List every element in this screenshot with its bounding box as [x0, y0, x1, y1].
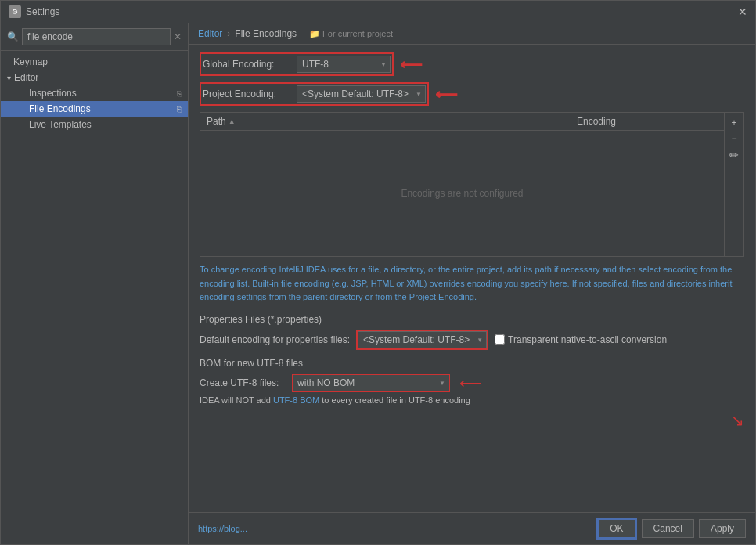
search-input[interactable]	[22, 28, 171, 45]
properties-encoding-select[interactable]: <System Default: UTF-8>	[358, 331, 487, 348]
settings-content: Global Encoding: UTF-8 ⟵ Project Encodin…	[189, 45, 755, 512]
path-header-label: Path	[207, 116, 226, 127]
settings-icon: ⚙	[9, 5, 21, 18]
editor-label: Editor	[14, 72, 38, 83]
encoding-header-label: Encoding	[577, 116, 616, 127]
properties-section-title: Properties Files (*.properties)	[200, 314, 744, 325]
live-templates-label: Live Templates	[29, 119, 92, 130]
default-encoding-label: Default encoding for properties files:	[200, 334, 350, 345]
window-title: Settings	[26, 6, 59, 17]
global-encoding-select[interactable]: UTF-8	[297, 56, 391, 73]
bom-select-wrapper: with NO BOM with BOM	[292, 374, 450, 392]
project-encoding-box: Project Encoding: <System Default: UTF-8…	[200, 82, 429, 106]
search-clear-button[interactable]: ✕	[174, 31, 182, 42]
bom-title-label: BOM for new UTF-8 files	[200, 358, 303, 369]
sidebar-item-keymap[interactable]: Keymap	[1, 54, 188, 70]
main-panel: Editor › File Encodings 📁 For current pr…	[189, 23, 755, 544]
inspections-icon: ⎘	[177, 89, 182, 98]
footer-buttons: OK Cancel Apply	[596, 518, 746, 540]
breadcrumb-file-encodings: File Encodings	[235, 28, 297, 39]
main-content: 🔍 ✕ Keymap ▾ Editor Inspections ⎘ File E…	[1, 23, 755, 544]
idea-text-after: to every created file in UTF-8 encoding	[319, 395, 470, 405]
add-row-button[interactable]: +	[726, 116, 742, 130]
sort-arrow-icon: ▲	[229, 117, 236, 125]
edit-row-button[interactable]: ✏	[726, 147, 742, 163]
properties-title-label: Properties Files (*.properties)	[200, 314, 322, 325]
create-utf8-label: Create UTF-8 files:	[200, 377, 286, 388]
table-actions: + − ✏	[724, 113, 743, 256]
for-current-project-label: For current project	[322, 29, 393, 38]
apply-button[interactable]: Apply	[699, 519, 746, 538]
editor-arrow-icon: ▾	[7, 74, 11, 82]
encoding-column-header: Encoding	[577, 116, 718, 127]
remove-row-button[interactable]: −	[726, 132, 742, 146]
project-encoding-select[interactable]: <System Default: UTF-8>	[297, 85, 426, 103]
bom-down-arrow: ↘	[731, 411, 744, 430]
sidebar-item-inspections[interactable]: Inspections ⎘	[1, 85, 188, 101]
global-encoding-box: Global Encoding: UTF-8	[200, 52, 394, 76]
cancel-button[interactable]: Cancel	[642, 519, 694, 538]
file-encodings-icon: ⎘	[177, 105, 182, 114]
project-encoding-label: Project Encoding:	[203, 88, 297, 99]
url-text: https://blog...	[198, 524, 247, 533]
utf8-bom-link[interactable]: UTF-8 BOM	[273, 395, 319, 405]
transparent-label-text: Transparent native-to-ascii conversion	[508, 334, 667, 345]
keymap-label: Keymap	[13, 56, 48, 67]
sidebar-item-file-encodings[interactable]: File Encodings ⎘	[1, 101, 188, 117]
sidebar: 🔍 ✕ Keymap ▾ Editor Inspections ⎘ File E…	[1, 23, 189, 544]
info-text-content: To change encoding IntelliJ IDEA uses fo…	[200, 265, 733, 301]
bom-arrow-wrapper: ↘	[200, 411, 744, 430]
bom-row: Create UTF-8 files: with NO BOM with BOM…	[200, 374, 744, 392]
idea-text-before: IDEA will NOT add	[200, 395, 273, 405]
bottom-bar: https://blog... OK Cancel Apply	[189, 512, 755, 544]
empty-message: Encodings are not configured	[401, 188, 523, 199]
bom-select[interactable]: with NO BOM with BOM	[293, 375, 449, 391]
bom-title: BOM for new UTF-8 files	[200, 358, 744, 369]
bom-left-arrow: ⟵	[459, 374, 482, 392]
footer-url: https://blog...	[198, 524, 247, 533]
global-encoding-row: Global Encoding: UTF-8 ⟵	[200, 52, 744, 76]
table-body: Encodings are not configured	[200, 131, 724, 256]
project-icon: 📁	[309, 29, 320, 39]
breadcrumb-editor[interactable]: Editor	[198, 28, 222, 39]
settings-window: ⚙ Settings ✕ 🔍 ✕ Keymap ▾ Editor	[0, 0, 756, 545]
title-bar: ⚙ Settings ✕	[1, 1, 755, 23]
breadcrumb-bar: Editor › File Encodings 📁 For current pr…	[189, 23, 755, 45]
close-button[interactable]: ✕	[738, 5, 747, 18]
info-text: To change encoding IntelliJ IDEA uses fo…	[200, 263, 744, 305]
ok-button[interactable]: OK	[598, 519, 635, 538]
encodings-table-outer: Path ▲ Encoding Encodings are not config…	[200, 112, 744, 257]
global-encoding-label: Global Encoding:	[203, 59, 297, 70]
properties-encoding-row: Default encoding for properties files: <…	[200, 330, 744, 350]
for-current-project: 📁 For current project	[309, 29, 393, 39]
title-bar-left: ⚙ Settings	[9, 5, 59, 18]
search-box: 🔍 ✕	[1, 23, 188, 51]
properties-select-box: <System Default: UTF-8>	[356, 330, 488, 350]
global-encoding-select-wrapper: UTF-8	[297, 56, 391, 73]
transparent-checkbox-label[interactable]: Transparent native-to-ascii conversion	[495, 334, 667, 345]
bom-section: BOM for new UTF-8 files Create UTF-8 fil…	[200, 358, 744, 430]
breadcrumb-separator: ›	[227, 28, 230, 39]
project-annotation-arrow: ⟵	[435, 85, 458, 103]
encodings-table-inner: Path ▲ Encoding Encodings are not config…	[200, 113, 724, 256]
project-encoding-select-wrapper: <System Default: UTF-8>	[297, 85, 426, 103]
file-encodings-label: File Encodings	[29, 103, 91, 114]
sidebar-tree: Keymap ▾ Editor Inspections ⎘ File Encod…	[1, 51, 188, 544]
search-icon: 🔍	[7, 31, 19, 42]
inspections-label: Inspections	[29, 88, 77, 99]
ok-button-wrapper: OK	[596, 518, 636, 540]
properties-select-wrapper: <System Default: UTF-8>	[358, 331, 487, 348]
sidebar-category-editor[interactable]: ▾ Editor	[1, 70, 188, 85]
sidebar-item-live-templates[interactable]: Live Templates	[1, 117, 188, 132]
global-annotation-arrow: ⟵	[400, 55, 423, 74]
transparent-checkbox[interactable]	[495, 334, 505, 345]
bom-idea-text: IDEA will NOT add UTF-8 BOM to every cre…	[200, 395, 744, 405]
table-header: Path ▲ Encoding	[200, 113, 724, 131]
path-column-header: Path ▲	[207, 116, 577, 127]
project-encoding-row: Project Encoding: <System Default: UTF-8…	[200, 82, 744, 106]
